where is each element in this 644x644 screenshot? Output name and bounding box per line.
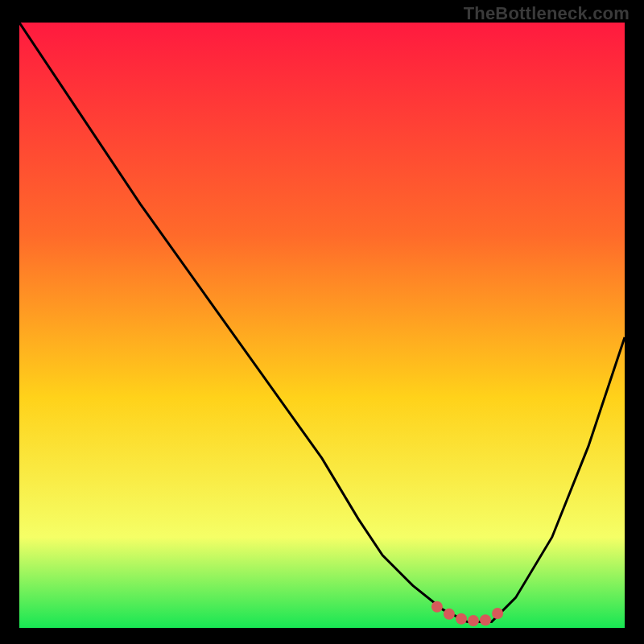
watermark-text: TheBottleneck.com (464, 3, 630, 24)
sweet-spot-marker (444, 609, 455, 620)
sweet-spot-marker (480, 614, 491, 625)
gradient-background (19, 23, 625, 628)
chart-frame: TheBottleneck.com (0, 0, 644, 644)
sweet-spot-marker (456, 613, 467, 625)
sweet-spot-marker (431, 601, 443, 613)
chart-svg (19, 23, 625, 628)
sweet-spot-marker (468, 615, 479, 626)
sweet-spot-marker (492, 608, 503, 619)
plot-area (19, 23, 625, 628)
